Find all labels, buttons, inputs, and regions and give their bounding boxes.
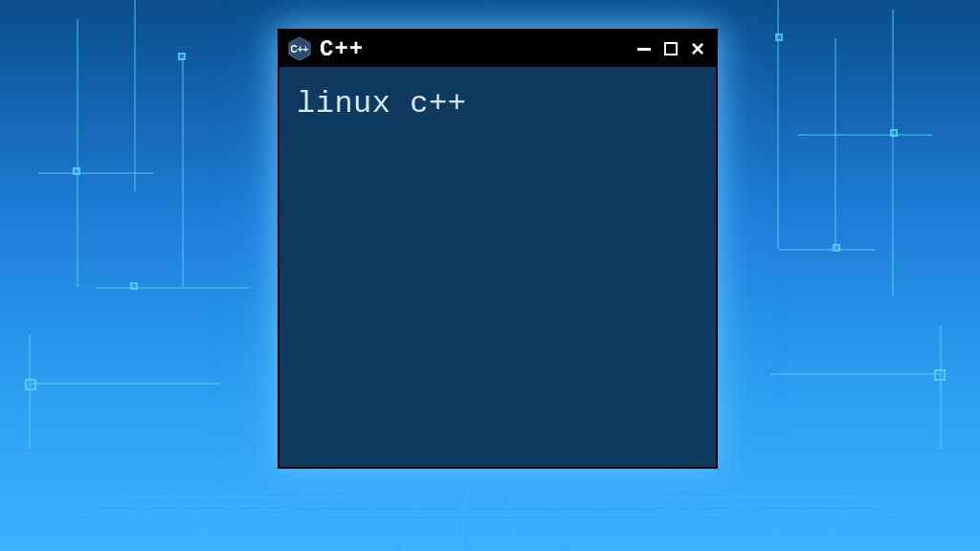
close-button[interactable]: × bbox=[687, 38, 708, 59]
terminal-body[interactable]: linux c++ bbox=[279, 67, 716, 467]
terminal-window: C++ C++ × linux c++ bbox=[278, 29, 718, 469]
svg-text:C++: C++ bbox=[291, 44, 309, 55]
titlebar[interactable]: C++ C++ × bbox=[279, 31, 716, 67]
window-title: C++ bbox=[320, 36, 364, 62]
minimize-icon bbox=[637, 48, 651, 51]
grid-floor bbox=[0, 489, 980, 551]
cpp-hexagon-icon: C++ bbox=[287, 36, 312, 61]
maximize-button[interactable] bbox=[660, 38, 681, 59]
minimize-button[interactable] bbox=[634, 38, 655, 59]
window-controls: × bbox=[634, 38, 708, 59]
close-icon: × bbox=[691, 37, 704, 60]
terminal-output: linux c++ bbox=[297, 86, 699, 121]
maximize-icon bbox=[664, 42, 678, 55]
